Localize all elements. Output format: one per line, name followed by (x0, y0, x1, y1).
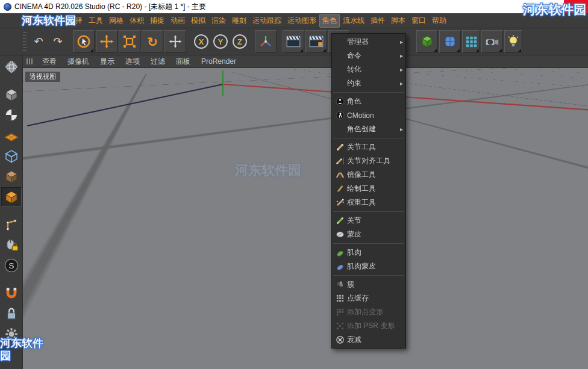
subdivision-surface-button[interactable] (416, 30, 438, 53)
workplane-lock-button[interactable] (1, 304, 22, 323)
menu-item-label: 角色 (347, 96, 403, 107)
menu-item-weight-tool[interactable]: 权重工具 (332, 196, 405, 209)
lock-x-axis-button[interactable]: X (192, 30, 210, 53)
viewport-menu-prorender[interactable]: ProRender (196, 57, 242, 66)
toolbar-grip[interactable] (23, 32, 27, 51)
deformer-button[interactable] (439, 30, 461, 53)
menu-item-character[interactable]: 角色 (332, 95, 405, 108)
texture-mode-button[interactable] (1, 126, 22, 145)
polygons-mode-button[interactable] (1, 187, 22, 206)
menu-item-skin[interactable]: 蒙皮 (332, 228, 405, 241)
menu-item-joint-tool[interactable]: 关节工具 (332, 140, 405, 154)
skin-icon (334, 230, 345, 240)
menu-item-mesh[interactable]: 网格 (106, 14, 127, 28)
spline-mode-button[interactable] (1, 215, 22, 234)
edges-mode-button[interactable] (1, 167, 22, 186)
clone-array-button[interactable] (462, 30, 480, 53)
coordinate-system-icon (258, 34, 273, 49)
menu-item-commands[interactable]: 命令 ▸ (332, 49, 405, 63)
blank-icon (334, 37, 345, 47)
menu-item-animate[interactable]: 动画 (167, 14, 188, 28)
menu-item-character[interactable]: 角色 (319, 14, 340, 28)
undo-button[interactable]: ↶ (30, 30, 48, 53)
model-mode-button[interactable] (1, 105, 22, 125)
menu-item-motion-tracker[interactable]: 运动跟踪 (249, 14, 284, 28)
points-mode-button[interactable] (1, 146, 22, 166)
menu-item-mirror-tool[interactable]: 镜像工具 (332, 168, 405, 182)
magnet-tool-button[interactable] (1, 284, 22, 303)
menu-item-label: 簇 (347, 279, 403, 290)
menu-item-window[interactable]: 窗口 (408, 14, 429, 28)
coordinate-system-button[interactable] (255, 30, 277, 53)
menu-item-character-builder[interactable]: 角色创建 ▸ (332, 122, 405, 136)
viewport-lock-button[interactable] (1, 235, 22, 255)
menu-item-mograph[interactable]: 运动图形 (284, 14, 319, 28)
menu-item-muscle[interactable]: 肌肉 (332, 246, 405, 259)
menu-item-plugins[interactable]: 插件 (367, 14, 388, 28)
redo-button[interactable]: ↷ (49, 30, 67, 53)
menu-item-simulate[interactable]: 模拟 (188, 14, 208, 28)
menu-item-cmotion[interactable]: CMotion (332, 108, 405, 122)
viewport[interactable]: 查看 摄像机 显示 选项 过滤 面板 ProRender 透视视图 (23, 55, 588, 369)
menu-item-tools[interactable]: 工具 (86, 14, 106, 28)
viewport-menu-view[interactable]: 查看 (37, 57, 62, 67)
deformer-icon (443, 34, 457, 49)
menu-item-joint-align-tool[interactable]: 关节对齐工具 (332, 154, 405, 168)
move-button[interactable] (96, 30, 117, 53)
menu-item-render[interactable]: 渲染 (208, 14, 229, 28)
menu-item-muscle-skin[interactable]: 肌肉蒙皮 (332, 259, 405, 273)
make-editable-button[interactable] (1, 85, 22, 104)
maximize-button[interactable]: □ (540, 0, 564, 13)
last-tool-button[interactable] (164, 30, 186, 53)
menu-item-constraints[interactable]: 约束 ▸ (332, 76, 405, 90)
menu-item-create[interactable]: 创建 (45, 14, 65, 28)
scale-icon (122, 34, 137, 49)
viewport-menu-filter[interactable]: 过滤 (145, 57, 170, 67)
menu-item-sculpt[interactable]: 雕刻 (229, 14, 249, 28)
camera-button[interactable] (481, 30, 503, 53)
view-label: 透视视图 (25, 72, 60, 82)
menu-item-volume[interactable]: 体积 (127, 14, 147, 28)
last-tool-icon (169, 35, 182, 48)
close-button[interactable]: ✕ (564, 0, 588, 13)
menu-item-cluster[interactable]: 簇 (332, 278, 405, 291)
menu-item-pipeline[interactable]: 流水线 (340, 14, 367, 28)
menu-item-select[interactable]: 选择 (65, 14, 86, 28)
viewport-menu-cameras[interactable]: 摄像机 (62, 57, 95, 67)
lock-y-axis-button[interactable]: Y (211, 30, 230, 53)
redo-icon: ↷ (53, 36, 62, 47)
submenu-arrow-icon: ▸ (399, 80, 403, 87)
mouse-lock-icon (4, 238, 19, 252)
character-icon (334, 97, 345, 107)
menu-item-help[interactable]: 帮助 (429, 14, 449, 28)
menu-item-joint[interactable]: 关节 (332, 214, 405, 228)
brown-cube-icon (4, 169, 19, 184)
viewport-canvas[interactable]: 透视视图 (23, 68, 588, 369)
rotate-button[interactable]: ↻ (142, 30, 163, 53)
menu-item-managers[interactable]: 管理器 ▸ (332, 35, 405, 49)
blank-icon (334, 65, 345, 75)
menu-item-script[interactable]: 脚本 (388, 14, 408, 28)
viewport-menu-display[interactable]: 显示 (95, 57, 120, 67)
light-button[interactable] (504, 30, 522, 53)
live-selection-button[interactable] (73, 30, 95, 53)
viewport-menu-options[interactable]: 选项 (120, 57, 145, 67)
menu-item-snap[interactable]: 捕捉 (147, 14, 167, 28)
window-controls: — □ ✕ (516, 0, 588, 13)
wire-cube-icon (4, 149, 19, 163)
menu-item-file[interactable]: 文件 (24, 14, 45, 28)
menu-item-falloff[interactable]: 衰减 (332, 333, 405, 347)
menu-separator (333, 92, 404, 93)
axis-globe-button[interactable] (1, 57, 22, 76)
menu-item-paint-tool[interactable]: 绘制工具 (332, 182, 405, 196)
quantize-settings-button[interactable] (1, 324, 22, 344)
minimize-button[interactable]: — (516, 0, 540, 13)
menu-item-point-cache[interactable]: 点缓存 (332, 291, 405, 305)
render-view-button[interactable] (283, 30, 304, 53)
lock-z-axis-button[interactable]: Z (231, 30, 249, 53)
viewport-menu-panel[interactable]: 面板 (170, 57, 196, 67)
snap-settings-button[interactable]: S (1, 256, 22, 275)
render-to-picture-viewer-button[interactable] (305, 30, 327, 53)
menu-item-convert[interactable]: 转化 ▸ (332, 63, 405, 76)
scale-button[interactable] (119, 30, 140, 53)
